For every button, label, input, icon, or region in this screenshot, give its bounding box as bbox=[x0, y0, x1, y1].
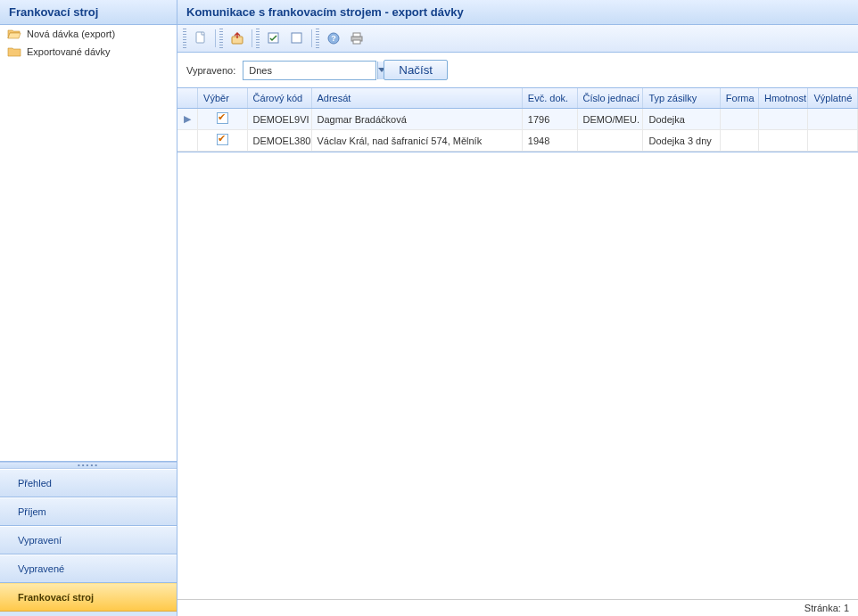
col-header-forma[interactable]: Forma bbox=[720, 88, 758, 109]
cell-adresat: Václav Král, nad šafranicí 574, Mělník bbox=[311, 130, 522, 152]
nav-item-vypraveni[interactable]: Vypravení bbox=[0, 526, 177, 554]
toolbar-print-button[interactable] bbox=[346, 28, 367, 49]
toolbar-deselect-button[interactable] bbox=[286, 28, 308, 49]
col-header-typ[interactable]: Typ zásilky bbox=[643, 88, 720, 109]
svg-rect-3 bbox=[292, 33, 301, 43]
cell-hmotnost bbox=[758, 130, 807, 152]
cell-vyplatne bbox=[808, 109, 858, 130]
checkbox-icon bbox=[267, 31, 281, 45]
print-icon bbox=[350, 31, 364, 45]
cell-vyber bbox=[198, 109, 247, 130]
cell-ptr: ▶ bbox=[177, 109, 198, 130]
toolbar-grip-icon bbox=[219, 29, 223, 48]
col-header-adresat[interactable]: Adresát bbox=[311, 88, 522, 109]
cell-typ: Dodejka 3 dny bbox=[643, 130, 720, 152]
cell-evcdok: 1796 bbox=[522, 109, 577, 130]
sidebar-tree: Nová dávka (export) Exportované dávky bbox=[0, 25, 177, 462]
cell-evcdok: 1948 bbox=[522, 130, 577, 152]
tree-item-new-batch[interactable]: Nová dávka (export) bbox=[0, 25, 177, 43]
row-checkbox[interactable] bbox=[217, 134, 228, 145]
svg-rect-0 bbox=[196, 32, 204, 43]
toolbar-help-button[interactable]: ? bbox=[323, 28, 344, 49]
cell-ptr bbox=[177, 130, 198, 152]
nav-item-frankovaci[interactable]: Frankovací stroj bbox=[0, 583, 177, 612]
cell-cislo bbox=[577, 130, 643, 152]
cell-cislo: DEMO/MEU. bbox=[577, 109, 643, 130]
load-button[interactable]: Načíst bbox=[384, 60, 448, 80]
sidebar-title: Frankovací stroj bbox=[0, 0, 177, 25]
toolbar-grip-icon bbox=[316, 29, 319, 48]
toolbar-grip-icon bbox=[183, 29, 186, 48]
col-header-cislo[interactable]: Číslo jednací bbox=[577, 88, 643, 109]
nav-section: Přehled Příjem Vypravení Vypravené Frank… bbox=[0, 469, 177, 612]
col-header-hmotnost[interactable]: Hmotnost bbox=[758, 88, 807, 109]
tree-item-label: Exportované dávky bbox=[27, 46, 111, 57]
toolbar-separator bbox=[215, 29, 216, 47]
table-row[interactable]: DEMOEL380Václav Král, nad šafranicí 574,… bbox=[177, 130, 858, 152]
page-indicator: Stránka: 1 bbox=[804, 603, 849, 613]
filter-combo-input[interactable] bbox=[243, 65, 377, 76]
cell-typ: Dodejka bbox=[643, 109, 720, 130]
table-row[interactable]: ▶DEMOEL9VIDagmar Bradáčková1796DEMO/MEU.… bbox=[177, 109, 858, 130]
cell-adresat: Dagmar Bradáčková bbox=[311, 109, 522, 130]
splitter-handle[interactable]: ••••• bbox=[0, 462, 177, 469]
status-bar: Stránka: 1 bbox=[177, 599, 858, 616]
toolbar-export-button[interactable] bbox=[227, 28, 248, 49]
help-icon: ? bbox=[326, 31, 341, 45]
sidebar: Frankovací stroj Nová dávka (export) Exp… bbox=[0, 0, 177, 616]
nav-item-prehled[interactable]: Přehled bbox=[0, 469, 177, 497]
filter-bar: Vypraveno: Načíst bbox=[177, 53, 858, 87]
cell-carovy: DEMOEL9VI bbox=[247, 109, 311, 130]
cell-vyplatne bbox=[808, 130, 858, 152]
toolbar-select-button[interactable] bbox=[263, 28, 285, 49]
svg-rect-7 bbox=[353, 33, 360, 37]
filter-combo[interactable] bbox=[243, 61, 376, 80]
folder-open-icon bbox=[7, 28, 21, 40]
toolbar-separator bbox=[311, 29, 312, 47]
tree-item-exported[interactable]: Exportované dávky bbox=[0, 43, 177, 61]
data-grid: VýběrČárový kódAdresátEvč. dok.Číslo jed… bbox=[177, 87, 858, 152]
toolbar-separator bbox=[252, 29, 252, 47]
row-checkbox[interactable] bbox=[217, 112, 228, 124]
col-header-carovy[interactable]: Čárový kód bbox=[247, 88, 311, 109]
main-title: Komunikace s frankovacím strojem - expor… bbox=[177, 0, 858, 25]
tree-item-label: Nová dávka (export) bbox=[27, 29, 115, 39]
cell-forma bbox=[720, 130, 758, 152]
nav-item-prijem[interactable]: Příjem bbox=[0, 497, 177, 526]
nav-item-vypravene[interactable]: Vypravené bbox=[0, 554, 177, 583]
cell-forma bbox=[720, 109, 758, 130]
export-icon bbox=[230, 31, 244, 45]
main-panel: Komunikace s frankovacím strojem - expor… bbox=[177, 0, 858, 616]
cell-vyber bbox=[198, 130, 247, 152]
toolbar-grip-icon bbox=[256, 29, 260, 48]
col-header-vyber[interactable]: Výběr bbox=[198, 88, 247, 109]
folder-icon bbox=[7, 45, 21, 58]
col-header-evcdok[interactable]: Evč. dok. bbox=[522, 88, 577, 109]
svg-rect-8 bbox=[353, 40, 360, 44]
svg-text:?: ? bbox=[331, 34, 336, 43]
col-header-vyplatne[interactable]: Výplatné bbox=[808, 88, 858, 109]
col-header-ptr[interactable] bbox=[177, 88, 198, 109]
filter-label: Vypraveno: bbox=[186, 65, 235, 76]
toolbar: ? bbox=[177, 25, 858, 53]
cell-hmotnost bbox=[758, 109, 807, 130]
document-icon bbox=[194, 31, 208, 45]
cell-carovy: DEMOEL380 bbox=[247, 130, 311, 152]
checkbox-empty-icon bbox=[290, 31, 304, 45]
toolbar-new-button[interactable] bbox=[190, 28, 211, 49]
